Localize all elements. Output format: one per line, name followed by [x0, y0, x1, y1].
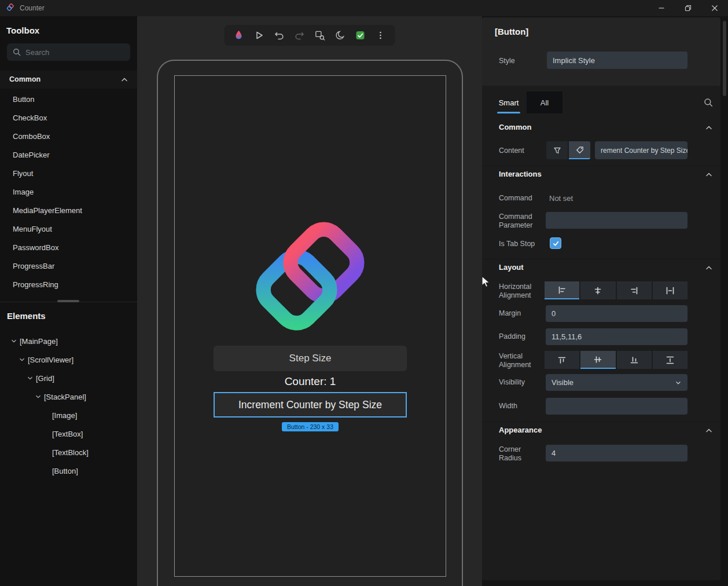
section-layout-title[interactable]: Layout	[499, 263, 524, 272]
chevron-up-icon[interactable]	[704, 123, 714, 133]
maximize-button[interactable]	[675, 0, 701, 16]
toolbox-item-progressbar[interactable]: ProgressBar	[0, 257, 137, 276]
align-bottom-button[interactable]	[617, 351, 652, 369]
more-options-button[interactable]	[373, 28, 388, 43]
toolbox-item-checkbox[interactable]: CheckBox	[0, 109, 137, 127]
toolbox-section-common[interactable]: Common	[0, 71, 137, 89]
toolbox-item-passwordbox[interactable]: PasswordBox	[0, 239, 137, 257]
undo-button[interactable]	[272, 28, 287, 43]
design-toolbar	[225, 25, 395, 46]
properties-search-icon[interactable]	[703, 97, 714, 108]
zoom-selection-button[interactable]	[312, 28, 328, 43]
toolbox-item-image[interactable]: Image	[0, 183, 137, 202]
chevron-up-icon[interactable]	[704, 426, 714, 435]
toolbox-item-menuflyout[interactable]: MenuFlyout	[0, 220, 137, 239]
content-literal-button[interactable]	[569, 141, 590, 159]
toolbox-item-combobox[interactable]: ComboBox	[0, 127, 137, 146]
is-tab-stop-label: Is Tab Stop	[499, 240, 535, 248]
align-left-button[interactable]	[545, 281, 579, 299]
tree-item-image[interactable]: [Image]	[0, 406, 137, 424]
align-center-horizontal-button[interactable]	[580, 281, 615, 299]
properties-card: [Button] Style Implicit Style Smart All …	[482, 17, 720, 580]
chevron-down-icon[interactable]	[8, 337, 20, 345]
design-canvas: Step Size Counter: 1 Increment Counter b…	[137, 16, 482, 586]
search-icon	[12, 47, 21, 57]
hot-reload-flame-button[interactable]	[231, 28, 247, 43]
corner-radius-input[interactable]: 4	[546, 445, 687, 462]
panel-resize-handle[interactable]	[57, 300, 79, 302]
stretch-vertical-button[interactable]	[653, 351, 687, 369]
command-parameter-input[interactable]	[546, 212, 687, 229]
toolbox-item-datepicker[interactable]: DatePicker	[0, 146, 137, 164]
toolbox-item-flyout[interactable]: Flyout	[0, 164, 137, 183]
align-left-icon	[557, 285, 567, 295]
minimize-button[interactable]	[648, 0, 675, 16]
toolbox-title: Toolbox	[6, 25, 39, 35]
play-icon	[253, 30, 265, 41]
chevron-down-icon[interactable]	[32, 393, 44, 401]
tree-item-button[interactable]: [Button]	[0, 462, 137, 480]
tree-item-mainpage[interactable]: [MainPage]	[0, 332, 137, 350]
align-center-vertical-button[interactable]	[580, 351, 615, 369]
chevron-down-icon	[674, 379, 682, 387]
align-right-button[interactable]	[617, 281, 652, 299]
flame-icon	[233, 30, 245, 41]
content-input[interactable]: rement Counter by Step Size	[595, 141, 687, 159]
search-input[interactable]	[25, 43, 127, 61]
validation-check-button[interactable]	[353, 28, 368, 43]
align-center-horizontal-icon	[593, 286, 602, 295]
tree-item-grid[interactable]: [Grid]	[0, 369, 137, 387]
tab-smart[interactable]: Smart	[491, 91, 527, 113]
width-input[interactable]	[546, 398, 687, 415]
binding-icon	[553, 146, 562, 155]
toolbox-list: Button CheckBox ComboBox DatePicker Flyo…	[0, 90, 137, 294]
theme-button[interactable]	[333, 28, 348, 43]
close-button[interactable]	[701, 0, 728, 16]
chevron-up-icon[interactable]	[704, 170, 714, 180]
is-tab-stop-checkbox[interactable]	[550, 237, 561, 249]
style-label: Style	[499, 57, 515, 65]
redo-icon	[294, 30, 306, 41]
visibility-dropdown[interactable]: Visible	[546, 374, 687, 391]
width-label: Width	[499, 402, 517, 411]
panel-scrollbar[interactable]	[723, 21, 726, 96]
chevron-down-icon[interactable]	[16, 356, 28, 364]
style-input[interactable]: Implicit Style	[547, 52, 687, 69]
toolbox-item-mediaplayerelement[interactable]: MediaPlayerElement	[0, 202, 137, 220]
stretch-horizontal-icon	[666, 286, 675, 295]
section-common-title[interactable]: Common	[499, 123, 531, 131]
section-interactions-title[interactable]: Interactions	[499, 170, 542, 178]
corner-radius-label: Corner Radius	[499, 445, 534, 463]
toolbox-search[interactable]	[7, 43, 130, 61]
check-icon	[552, 240, 560, 247]
align-top-icon	[557, 356, 567, 365]
tree-item-stackpanel[interactable]: [StackPanel]	[0, 387, 137, 406]
section-appearance-title[interactable]: Appearance	[499, 426, 542, 434]
device-frame: Step Size Counter: 1 Increment Counter b…	[157, 60, 463, 586]
align-center-vertical-icon	[593, 355, 602, 364]
app-screen: Step Size Counter: 1 Increment Counter b…	[174, 75, 446, 577]
increment-button[interactable]: Increment Counter by Step Size	[215, 393, 406, 416]
padding-input[interactable]: 11,5,11,6	[546, 328, 687, 345]
align-top-button[interactable]	[545, 351, 579, 369]
tree-item-scrollviewer[interactable]: [ScrollViewer]	[0, 350, 137, 369]
chevron-down-icon[interactable]	[24, 374, 36, 382]
tag-icon	[575, 145, 584, 155]
toolbox-item-progressring[interactable]: ProgressRing	[0, 276, 137, 294]
properties-panel: [Button] Style Implicit Style Smart All …	[482, 16, 728, 586]
tree-item-textblock[interactable]: [TextBlock]	[0, 443, 137, 462]
elements-tree: [MainPage] [ScrollViewer] [Grid] [StackP…	[0, 332, 137, 480]
tab-all[interactable]: All	[527, 91, 562, 113]
horizontal-alignment-group	[545, 281, 687, 299]
tree-item-textbox[interactable]: [TextBox]	[0, 424, 137, 443]
chevron-up-icon	[120, 75, 129, 85]
content-label: Content	[499, 146, 524, 155]
play-button[interactable]	[252, 28, 267, 43]
step-size-textbox[interactable]: Step Size	[214, 346, 407, 371]
redo-button[interactable]	[292, 28, 307, 43]
chevron-up-icon[interactable]	[704, 263, 714, 273]
toolbox-item-button[interactable]: Button	[0, 90, 137, 109]
content-binding-button[interactable]	[546, 141, 568, 159]
margin-input[interactable]: 0	[546, 305, 687, 322]
stretch-horizontal-button[interactable]	[653, 281, 687, 299]
